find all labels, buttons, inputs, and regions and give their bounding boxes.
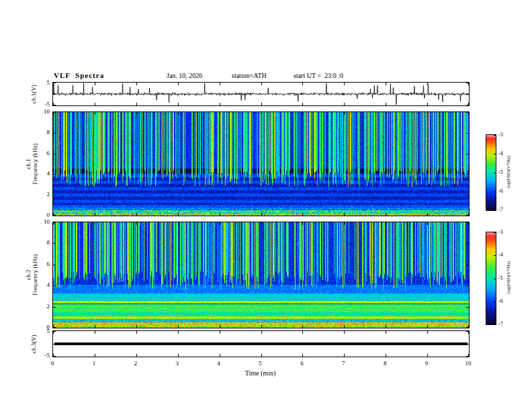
y-tick-label: 8 <box>36 129 50 136</box>
ch1-spectrogram-panel <box>52 111 470 216</box>
ch2-spec-ylabel: ch.2 Frequency (kHz) <box>25 221 38 328</box>
ch2-colorbar <box>486 232 496 325</box>
colorbar-tick-label: -6 <box>498 298 511 304</box>
date-label: Jan. 10, 2026 <box>167 72 202 79</box>
colorbar-tick-label: -4 <box>498 252 511 258</box>
ch1-spec-ylabel: ch.1 Frequency (kHz) <box>25 110 38 218</box>
ch3-waveform-canvas <box>53 331 469 357</box>
colorbar-tick-label: -3 <box>498 132 511 138</box>
start-ut-label: start UT = 23:0 :0 <box>294 72 343 79</box>
y-tick-label: 5 <box>36 79 50 86</box>
ch2-spectrogram-panel <box>52 222 470 328</box>
colorbar-tick-label: -5 <box>498 275 511 281</box>
x-tick-label: 10 <box>463 360 474 367</box>
y-tick-label: 2 <box>36 191 50 197</box>
y-tick-label: 2 <box>36 303 50 310</box>
y-tick-label: 4 <box>36 170 50 177</box>
y-tick-label: 4 <box>36 281 50 288</box>
y-tick-label: 6 <box>36 150 50 156</box>
ch2-spec-ylabel-line2: Frequency (kHz) <box>32 221 38 328</box>
ch2-spec-ylabel-line1: ch.2 <box>25 221 32 328</box>
x-tick-label: 1 <box>89 360 99 367</box>
ch3-waveform-panel <box>52 330 470 357</box>
x-tick-label: 7 <box>338 360 349 367</box>
y-tick-label: 5 <box>36 328 50 334</box>
x-axis-title: Time (min) <box>52 369 468 377</box>
ch1-spec-ylabel-line2: Frequency (kHz) <box>32 110 38 218</box>
ch1-spec-ylabel-line1: ch.1 <box>25 110 32 218</box>
x-tick-label: 9 <box>421 360 432 367</box>
ch1-colorbar <box>486 134 496 211</box>
y-tick-label: 8 <box>36 239 50 246</box>
y-tick-label: 0 <box>36 212 50 218</box>
ch2-spectrogram-canvas <box>53 222 469 328</box>
plot-title: VLF Spectra <box>54 71 104 79</box>
y-tick-label: -5 <box>36 101 50 107</box>
x-tick-label: 5 <box>255 360 266 367</box>
colorbar-tick-label: -7 <box>498 321 511 327</box>
y-tick-label: 6 <box>36 261 50 267</box>
ch1-waveform-canvas <box>53 83 469 105</box>
x-tick-label: 4 <box>214 360 224 367</box>
x-tick-label: 3 <box>172 360 183 367</box>
colorbar-tick-label: -4 <box>498 150 511 156</box>
colorbar-tick-label: -7 <box>498 207 511 213</box>
x-tick-label: 8 <box>380 360 390 367</box>
station-label: station=ATH <box>232 72 267 79</box>
y-tick-label: 10 <box>36 218 50 225</box>
colorbar-tick-label: -3 <box>498 229 511 235</box>
colorbar-tick-label: -6 <box>498 188 511 194</box>
colorbar-tick-label: -5 <box>498 169 511 175</box>
vlf-spectra-figure: VLF Spectra Jan. 10, 2026 station=ATH st… <box>0 0 532 411</box>
ch2-colorbar-canvas <box>486 232 496 324</box>
x-tick-label: 0 <box>47 360 58 367</box>
x-tick-label: 2 <box>130 360 141 367</box>
y-tick-label: 10 <box>36 108 50 115</box>
ch1-spectrogram-canvas <box>53 112 469 216</box>
ch1-waveform-panel <box>52 82 470 106</box>
x-tick-label: 6 <box>296 360 307 367</box>
y-tick-label: -5 <box>36 352 50 359</box>
ch1-colorbar-canvas <box>486 135 496 210</box>
